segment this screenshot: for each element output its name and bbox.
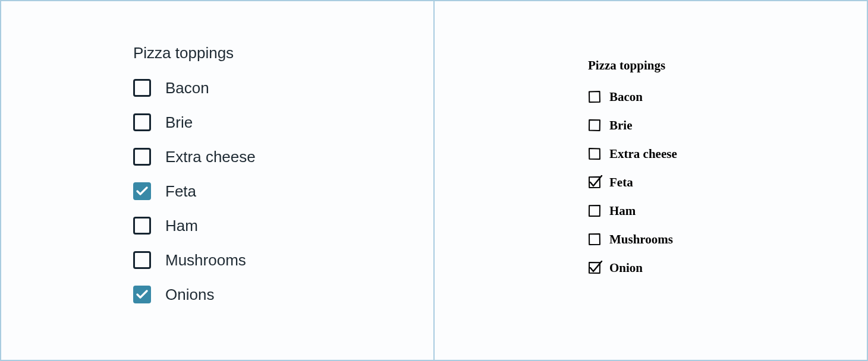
checkbox-row: Brie <box>588 118 677 132</box>
checkbox-box-icon <box>587 261 603 275</box>
checkbox-label: Extra cheese <box>165 148 256 166</box>
checkbox-box-icon <box>588 119 601 132</box>
checkbox-box-icon <box>588 233 601 246</box>
checkbox-label: Bacon <box>609 90 643 104</box>
checkbox-label: Mushrooms <box>165 251 246 270</box>
checkbox-label: Feta <box>165 182 196 201</box>
checkbox-label: Ham <box>165 217 198 235</box>
checkbox-mushrooms[interactable] <box>133 251 151 269</box>
checkbox-label: Onions <box>165 286 214 304</box>
checkbox-ham[interactable] <box>588 204 601 217</box>
checkbox-extra-cheese[interactable] <box>133 148 151 166</box>
checkbox-row: Onion <box>588 261 677 275</box>
checkbox-onions[interactable] <box>133 286 151 303</box>
checkbox-row: Brie <box>133 112 256 132</box>
checkbox-label: Extra cheese <box>609 147 677 162</box>
panel-sketchy: Pizza toppings Bacon Brie <box>435 1 867 360</box>
checkbox-row: Ham <box>588 204 677 218</box>
checkbox-label: Feta <box>609 175 633 190</box>
checkbox-row: Onions <box>133 284 256 305</box>
checkbox-bacon[interactable] <box>588 90 601 103</box>
checkbox-onion[interactable] <box>588 261 601 274</box>
checkbox-row: Feta <box>588 175 677 189</box>
checkbox-row: Mushrooms <box>133 250 256 270</box>
group-heading: Pizza toppings <box>588 58 677 73</box>
checkbox-row: Ham <box>133 216 256 236</box>
checkbox-extra-cheese[interactable] <box>588 147 601 160</box>
panel-polished: Pizza toppings Bacon Brie Extra cheese <box>1 1 435 360</box>
checkbox-bacon[interactable] <box>133 79 151 97</box>
checkbox-brie[interactable] <box>133 113 151 131</box>
checkbox-brie[interactable] <box>588 119 601 132</box>
checkbox-label: Brie <box>165 113 193 132</box>
group-heading: Pizza toppings <box>133 44 256 62</box>
checkbox-row: Feta <box>133 181 256 201</box>
checkbox-row: Extra cheese <box>588 147 677 161</box>
checkbox-mushrooms[interactable] <box>588 233 601 246</box>
checkbox-box-icon <box>588 147 601 160</box>
checkbox-ham[interactable] <box>133 217 151 235</box>
check-icon <box>136 290 148 299</box>
checkbox-group-sketchy: Pizza toppings Bacon Brie <box>588 58 677 289</box>
checkbox-box-icon <box>588 90 601 103</box>
two-panel-container: Pizza toppings Bacon Brie Extra cheese <box>0 0 868 361</box>
checkbox-group-polished: Pizza toppings Bacon Brie Extra cheese <box>133 44 256 319</box>
checkbox-label: Brie <box>609 118 632 133</box>
checkbox-row: Bacon <box>133 78 256 98</box>
checkbox-label: Bacon <box>165 79 209 97</box>
checkbox-box-icon <box>587 175 603 189</box>
checkbox-label: Onion <box>609 261 643 276</box>
checkbox-box-icon <box>588 204 601 217</box>
checkbox-label: Mushrooms <box>609 232 673 247</box>
check-icon <box>136 186 148 196</box>
checkbox-label: Ham <box>609 204 636 218</box>
checkbox-feta[interactable] <box>133 182 151 200</box>
checkbox-row: Mushrooms <box>588 232 677 246</box>
checkbox-row: Bacon <box>588 90 677 104</box>
checkbox-row: Extra cheese <box>133 147 256 167</box>
checkbox-feta[interactable] <box>588 176 601 189</box>
